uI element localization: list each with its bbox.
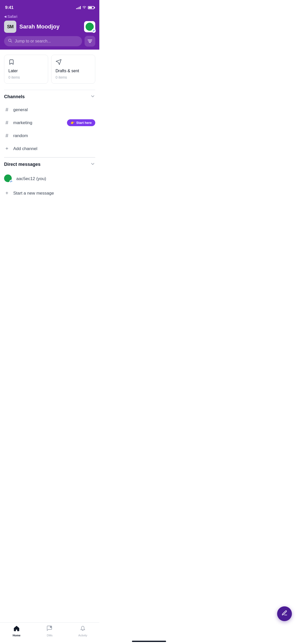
dm-chevron-icon xyxy=(90,161,95,167)
dm-section: Direct messages 💤 aac5ec12 (you) + Start… xyxy=(4,157,95,200)
drafts-icon xyxy=(56,59,91,67)
wifi-icon xyxy=(82,5,86,10)
svg-marker-2 xyxy=(56,60,61,65)
user-status-badge: 💤 xyxy=(92,29,96,33)
drafts-title: Drafts & sent xyxy=(56,69,91,73)
dm-avatar: 💤 xyxy=(4,174,13,183)
start-here-badge: 👉 Start here xyxy=(67,119,95,126)
status-time: 9:41 xyxy=(5,5,13,10)
search-bar[interactable]: Jump to or search... xyxy=(4,36,82,46)
dm-name: aac5ec12 (you) xyxy=(16,176,46,181)
channels-section: Channels # general # marketing 👉 Start h… xyxy=(4,90,95,157)
hash-icon: # xyxy=(4,120,10,126)
safari-back-button[interactable]: Safari xyxy=(4,14,95,19)
later-count: 0 items xyxy=(8,75,44,79)
later-icon xyxy=(8,59,44,67)
status-icons xyxy=(76,5,94,10)
new-message-item[interactable]: + Start a new message xyxy=(4,187,95,200)
channel-item[interactable]: # general xyxy=(4,103,95,116)
filter-button[interactable] xyxy=(85,36,95,47)
channels-chevron-icon xyxy=(90,94,95,100)
add-channel-label: Add channel xyxy=(13,146,37,151)
new-message-label: Start a new message xyxy=(13,191,54,196)
dm-header[interactable]: Direct messages xyxy=(4,157,95,171)
workspace-info: SM Sarah Moodjoy xyxy=(4,21,60,33)
channel-name: general xyxy=(13,107,28,112)
search-icon xyxy=(8,39,12,44)
plus-icon: + xyxy=(4,190,10,196)
dm-status-dot: 💤 xyxy=(9,180,13,183)
start-here-emoji: 👉 xyxy=(71,121,75,125)
channel-list: # general # marketing 👉 Start here # ran… xyxy=(4,103,95,157)
dm-title: Direct messages xyxy=(4,162,40,167)
channel-name: random xyxy=(13,133,28,138)
user-avatar[interactable]: 💤 xyxy=(84,21,95,32)
later-card[interactable]: Later 0 items xyxy=(4,55,48,84)
start-here-label: Start here xyxy=(76,121,92,125)
workspace-name: Sarah Moodjoy xyxy=(19,23,60,30)
battery-icon xyxy=(88,6,94,9)
channel-item-random[interactable]: # random xyxy=(4,129,95,142)
channels-header[interactable]: Channels xyxy=(4,90,95,103)
header-row: SM Sarah Moodjoy 💤 xyxy=(4,21,95,33)
hash-icon: # xyxy=(4,107,10,113)
quick-actions: Later 0 items Drafts & sent 0 items xyxy=(4,55,95,84)
workspace-avatar[interactable]: SM xyxy=(4,21,16,33)
channel-name: marketing xyxy=(13,120,32,125)
dm-item-self[interactable]: 💤 aac5ec12 (you) xyxy=(4,171,95,187)
drafts-count: 0 items xyxy=(56,75,91,79)
add-channel-item[interactable]: + Add channel xyxy=(4,142,95,155)
svg-line-1 xyxy=(11,41,12,42)
later-title: Later xyxy=(8,69,44,73)
channel-item-marketing[interactable]: # marketing 👉 Start here xyxy=(4,116,95,129)
hash-icon: # xyxy=(4,133,10,139)
plus-icon: + xyxy=(4,146,10,152)
header: Safari SM Sarah Moodjoy 💤 Jump to or sea… xyxy=(0,13,99,50)
search-placeholder: Jump to or search... xyxy=(15,39,51,43)
channels-title: Channels xyxy=(4,94,25,99)
status-bar: 9:41 xyxy=(0,0,99,13)
drafts-card[interactable]: Drafts & sent 0 items xyxy=(51,55,95,84)
filter-icon xyxy=(88,40,92,43)
search-row: Jump to or search... xyxy=(4,36,95,47)
signal-icon xyxy=(76,6,81,9)
main-content: Later 0 items Drafts & sent 0 items Chan… xyxy=(0,50,99,200)
